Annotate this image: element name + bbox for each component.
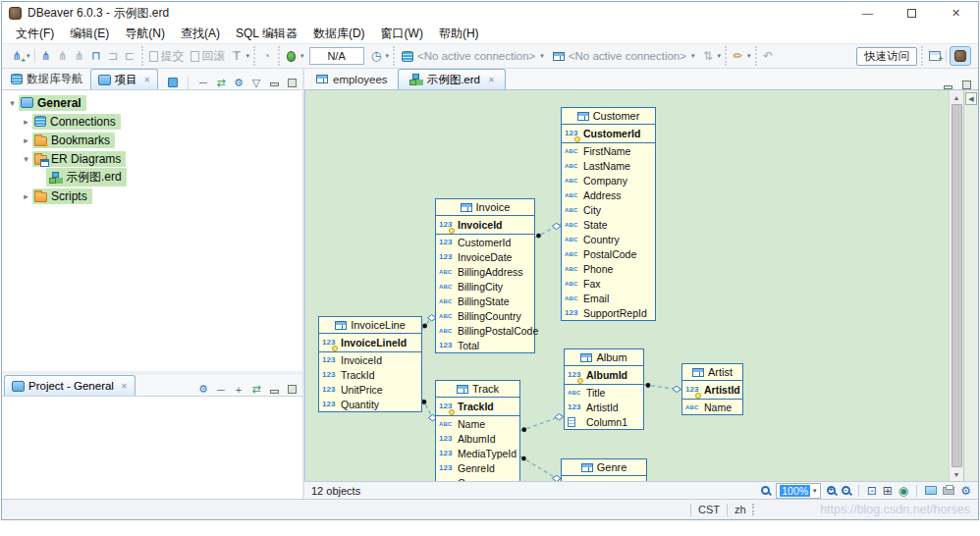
menu-navigate[interactable]: 导航(N)	[117, 24, 173, 44]
entity-field-row[interactable]: ABCBillingAddress	[436, 264, 534, 279]
tree-item-er-diagrams[interactable]: ▾ER Diagrams	[2, 149, 302, 168]
entity-genre[interactable]: Genre123GenreId	[561, 458, 647, 481]
entity-field-row[interactable]: ABCBillingState	[436, 294, 534, 308]
entity-field-row[interactable]: 123CustomerId	[436, 235, 534, 249]
tab-employees[interactable]: employees	[306, 69, 398, 89]
close-button[interactable]: ✕	[934, 2, 978, 24]
entity-header[interactable]: Customer	[562, 108, 655, 125]
commit-button[interactable]: 提交	[146, 46, 188, 66]
connection-selector[interactable]: <No active connection>▾	[398, 50, 549, 62]
expand-button[interactable]: +	[233, 384, 245, 396]
entity-field-row[interactable]: ABCBillingPostalCode	[436, 323, 534, 338]
tree-item-connections[interactable]: ▸Connections	[2, 112, 302, 131]
tree-item-bookmarks[interactable]: ▸Bookmarks	[2, 131, 302, 149]
tab-projects[interactable]: 项目 ✕	[90, 69, 159, 89]
entity-field-row[interactable]: ABCBillingCity	[436, 279, 534, 294]
entity-field-row[interactable]: ABCState	[562, 217, 655, 232]
entity-field-row[interactable]: ABCEmail	[562, 291, 655, 305]
close-icon[interactable]: ✕	[121, 382, 128, 391]
entity-header[interactable]: Track	[436, 381, 519, 398]
tree-item-scripts[interactable]: ▸Scripts	[2, 187, 302, 205]
entity-header[interactable]: InvoiceLine	[319, 317, 421, 334]
zoom-in-button[interactable]: +	[827, 486, 836, 495]
maximize-view-button[interactable]	[286, 385, 298, 394]
tree-expand-arrow-icon[interactable]: ▸	[20, 135, 32, 145]
scroll-down-arrow-icon[interactable]: ▼	[950, 467, 964, 481]
entity-header[interactable]: Genre	[562, 459, 646, 476]
tree-collapse-arrow-icon[interactable]: ▾	[6, 98, 19, 108]
new-connection-button[interactable]: ⋔+	[9, 46, 26, 66]
new-connection-dropdown-arrow[interactable]: ▾	[27, 52, 30, 60]
close-icon[interactable]: ✕	[144, 76, 151, 84]
collapse-button[interactable]: ─	[215, 384, 227, 396]
connect-button[interactable]: ⋔	[38, 46, 55, 66]
entity-pk-row[interactable]: 123CustomerId	[562, 125, 655, 143]
collapse-all-button[interactable]: ─	[197, 77, 209, 88]
back-button[interactable]: ↶	[760, 46, 777, 66]
entity-field-row[interactable]: ABCCity	[562, 202, 655, 217]
open-perspective-button[interactable]	[926, 46, 943, 66]
refresh-diagram-icon[interactable]: ◉	[898, 485, 908, 497]
entity-field-row[interactable]: ABCAddress	[562, 188, 655, 202]
zoom-combo[interactable]: 100% ▾	[776, 483, 820, 499]
sync-connection-button[interactable]: ⇅	[700, 46, 717, 66]
dbeaver-perspective-button[interactable]	[950, 46, 971, 66]
entity-field-row[interactable]: ABCFirstName	[562, 143, 655, 158]
tree-expand-arrow-icon[interactable]: ▸	[20, 117, 32, 127]
entity-invoice[interactable]: Invoice123InvoiceId123CustomerId123Invoi…	[435, 198, 535, 353]
entity-pk-row[interactable]: 123GenreId	[562, 476, 646, 481]
entity-field-row[interactable]: ABCCountry	[562, 232, 655, 246]
entity-field-row[interactable]: 123GenreId	[436, 460, 519, 475]
menu-help[interactable]: 帮助(H)	[431, 24, 487, 44]
save-image-icon[interactable]	[925, 486, 937, 495]
entity-field-row[interactable]: 123Total	[436, 338, 534, 352]
entity-field-row[interactable]: ABCPhone	[562, 261, 655, 276]
entity-field-row[interactable]: ABCPostalCode	[562, 246, 655, 261]
tree-expand-arrow-icon[interactable]: ▸	[20, 191, 32, 201]
menu-database[interactable]: 数据库(D)	[305, 24, 373, 44]
entity-pk-row[interactable]: 123InvoiceId	[436, 216, 534, 235]
rollback-button[interactable]: 回滚	[188, 46, 229, 66]
invalidate-connection-button[interactable]: ⋔	[72, 46, 88, 66]
tab-database-navigator[interactable]: 数据库导航	[4, 69, 90, 89]
maximize-view-button[interactable]	[286, 79, 298, 87]
transaction-log-button[interactable]: ◔	[258, 46, 275, 66]
entity-pk-row[interactable]: 123InvoiceLineId	[319, 334, 421, 352]
entity-field-row[interactable]: ABCName	[682, 400, 742, 414]
scroll-up-arrow-icon[interactable]: ▲	[950, 90, 964, 104]
entity-header[interactable]: Artist	[682, 364, 742, 381]
chevron-down-icon[interactable]: ▾	[813, 487, 817, 495]
maximize-editor-button[interactable]	[960, 80, 972, 89]
search-icon[interactable]	[761, 486, 770, 495]
entity-field-row[interactable]: ABCBillingCountry	[436, 308, 534, 323]
menu-search[interactable]: 查找(A)	[173, 24, 228, 44]
entity-field-row[interactable]: ABCCompany	[562, 173, 655, 188]
entity-header[interactable]: Invoice	[436, 199, 534, 216]
entity-field-row[interactable]: ABCFax	[562, 276, 655, 291]
entity-invoiceline[interactable]: InvoiceLine123InvoiceLineId123InvoiceId1…	[318, 316, 422, 412]
debug-button[interactable]	[283, 46, 299, 66]
entity-pk-row[interactable]: 123TrackId	[436, 398, 519, 416]
entity-customer[interactable]: Customer123CustomerIdABCFirstNameABCLast…	[561, 107, 656, 321]
debug-dropdown-arrow[interactable]: ▾	[300, 52, 304, 60]
tree-item-erd-file[interactable]: 示例图.erd	[2, 168, 302, 187]
txn-new-button[interactable]: ⊏	[122, 46, 138, 66]
entity-track[interactable]: Track123TrackIdABCName123AlbumId123Media…	[435, 380, 520, 481]
entity-pk-row[interactable]: 123ArtistId	[682, 381, 742, 400]
quick-access-button[interactable]: 快速访问	[856, 47, 917, 66]
entity-field-row[interactable]: 123Quantity	[319, 397, 421, 411]
format-button[interactable]: ✏	[730, 46, 746, 66]
entity-field-row[interactable]: 123AlbumId	[436, 431, 519, 446]
entity-field-row[interactable]: 123TrackId	[319, 367, 421, 382]
schema-selector[interactable]: <No active connection>▾	[549, 50, 700, 62]
menu-file[interactable]: 文件(F)	[8, 24, 62, 44]
sync-dropdown-arrow[interactable]: ▾	[718, 52, 722, 60]
filter-dropdown-arrow[interactable]: ▾	[246, 52, 250, 60]
entity-field-row[interactable]: 123InvoiceDate	[436, 249, 534, 264]
entity-field-row[interactable]: 123UnitPrice	[319, 382, 421, 397]
disconnect-button[interactable]: ⋔	[55, 46, 72, 66]
link-with-editor-button[interactable]: ⇄	[250, 383, 262, 396]
entity-field-row[interactable]: Column1	[565, 414, 643, 429]
entity-field-row[interactable]: ABCLastName	[562, 158, 655, 173]
menu-window[interactable]: 窗口(W)	[373, 24, 431, 44]
